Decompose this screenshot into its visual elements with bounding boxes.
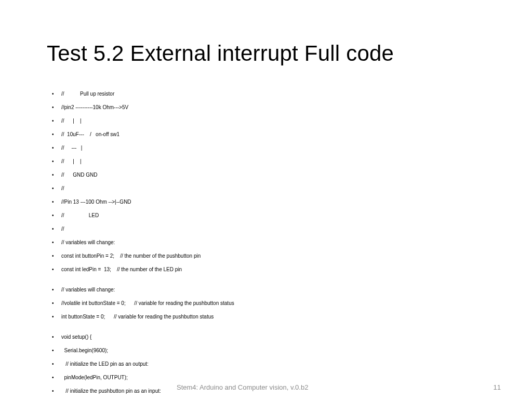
code-line: // 10uF--- / on-off sw1: [47, 131, 485, 138]
code-line: // variables will change:: [47, 239, 485, 246]
code-line: //pin2 ----------10k Ohm--->5V: [47, 104, 485, 111]
code-line: //volatile int buttonState = 0; // varia…: [47, 300, 485, 307]
code-line: const int ledPin = 13; // the number of …: [47, 266, 485, 273]
page-number: 11: [494, 383, 501, 391]
code-line: // --- |: [47, 144, 485, 151]
code-line: // GND GND: [47, 171, 485, 178]
code-line: // variables will change:: [47, 286, 485, 293]
code-line: Serial.begin(9600);: [47, 347, 485, 354]
code-line: //Pin 13 ---100 Ohm -->|--GND: [47, 198, 485, 205]
code-line: // initialize the LED pin as an output:: [47, 361, 485, 367]
code-line: // | |: [47, 158, 485, 165]
code-line: //: [47, 185, 485, 192]
code-line: // | |: [47, 117, 485, 124]
code-line: const int buttonPin = 2; // the number o…: [47, 252, 485, 259]
code-line: pinMode(ledPin, OUTPUT);: [47, 374, 485, 381]
slide: Test 5.2 External interrupt Full code //…: [0, 0, 532, 399]
code-line: //: [47, 225, 485, 232]
code-line: int buttonState = 0; // variable for rea…: [47, 313, 485, 320]
code-line: // Pull up resistor: [47, 90, 485, 97]
slide-title: Test 5.2 External interrupt Full code: [47, 42, 485, 65]
code-line: // LED: [47, 212, 485, 219]
code-bullet-list: // Pull up resistor //pin2 ----------10k…: [47, 90, 485, 399]
footer-text: Stem4: Arduino and Computer vision, v.0.…: [177, 383, 308, 391]
code-line: void setup() {: [47, 334, 485, 340]
